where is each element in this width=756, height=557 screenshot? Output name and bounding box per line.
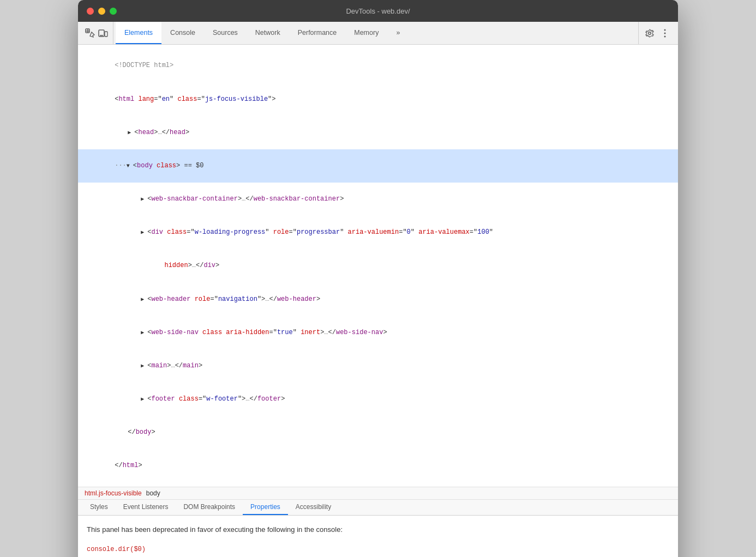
- dom-line-close-html[interactable]: </html>: [78, 449, 678, 482]
- dom-line-hidden[interactable]: hidden>…</div>: [78, 249, 678, 282]
- lower-panel: Styles Event Listeners DOM Breakpoints P…: [78, 500, 678, 557]
- traffic-lights: [87, 8, 117, 15]
- tab-bar-left-icons: [80, 22, 113, 44]
- dom-line-main[interactable]: ▶ <main>…</main>: [78, 349, 678, 383]
- breadcrumb-bar: html.js-focus-visible body: [78, 487, 678, 500]
- svg-point-7: [664, 32, 666, 34]
- tab-event-listeners[interactable]: Event Listeners: [116, 500, 176, 515]
- devtools-window: DevTools - web.dev/: [78, 0, 678, 557]
- dom-panel: <!DOCTYPE html> <html lang="en" class="j…: [78, 45, 678, 487]
- tab-dom-breakpoints[interactable]: DOM Breakpoints: [176, 500, 243, 515]
- svg-point-8: [664, 35, 666, 37]
- dom-line-header[interactable]: ▶ <web-header role="navigation">…</web-h…: [78, 282, 678, 316]
- window-title: DevTools - web.dev/: [346, 7, 410, 15]
- tab-bar-right-icons: [638, 22, 676, 44]
- dom-line-body[interactable]: ···▼ <body class> == $0: [78, 149, 678, 183]
- dom-line-snackbar[interactable]: ▶ <web-snackbar-container>…</web-snackba…: [78, 183, 678, 216]
- dom-line-doctype[interactable]: <!DOCTYPE html>: [78, 49, 678, 82]
- lower-content: This panel has been deprecated in favor …: [78, 516, 678, 557]
- dom-line-footer[interactable]: ▶ <footer class="w-footer">…</footer>: [78, 383, 678, 416]
- tab-bar-tabs: Elements Console Sources Network Perform…: [116, 22, 638, 44]
- svg-point-6: [664, 29, 666, 31]
- settings-icon[interactable]: [643, 27, 656, 40]
- dom-line-html[interactable]: <html lang="en" class="js-focus-visible"…: [78, 82, 678, 116]
- tab-accessibility[interactable]: Accessibility: [288, 500, 339, 515]
- tab-memory[interactable]: Memory: [345, 22, 387, 44]
- maximize-button[interactable]: [110, 8, 117, 15]
- tab-bar: Elements Console Sources Network Perform…: [78, 22, 678, 45]
- tab-elements[interactable]: Elements: [116, 22, 161, 44]
- deprecated-message: This panel has been deprecated in favor …: [87, 524, 669, 536]
- device-icon[interactable]: [98, 28, 109, 39]
- dom-line-loading-progress[interactable]: ▶ <div class="w-loading-progress" role="…: [78, 216, 678, 249]
- inspect-icon[interactable]: [85, 28, 95, 39]
- tab-properties[interactable]: Properties: [243, 500, 288, 515]
- tab-styles[interactable]: Styles: [82, 500, 116, 515]
- svg-rect-4: [105, 32, 107, 37]
- tab-console[interactable]: Console: [161, 22, 204, 44]
- breadcrumb-html[interactable]: html.js-focus-visible: [85, 489, 142, 497]
- title-bar: DevTools - web.dev/: [78, 0, 678, 22]
- dom-line-close-body[interactable]: </body>: [78, 416, 678, 449]
- breadcrumb-body[interactable]: body: [146, 489, 160, 497]
- tab-more[interactable]: »: [387, 22, 409, 44]
- tab-sources[interactable]: Sources: [204, 22, 247, 44]
- more-options-icon[interactable]: [658, 27, 671, 40]
- close-button[interactable]: [87, 8, 94, 15]
- dom-line-head[interactable]: ▶ <head>…</head>: [78, 116, 678, 149]
- dom-line-side-nav[interactable]: ▶ <web-side-nav class aria-hidden="true"…: [78, 316, 678, 349]
- tab-performance[interactable]: Performance: [289, 22, 346, 44]
- tab-network[interactable]: Network: [247, 22, 289, 44]
- lower-tabs: Styles Event Listeners DOM Breakpoints P…: [78, 500, 678, 516]
- minimize-button[interactable]: [98, 8, 105, 15]
- code-snippet: console.dir($0): [87, 544, 669, 555]
